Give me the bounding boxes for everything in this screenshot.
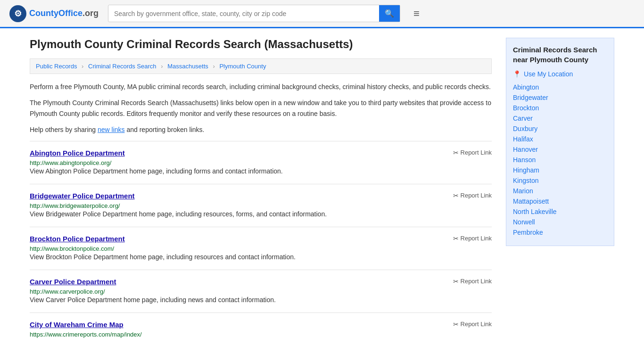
listing-url-4[interactable]: https://www.crimereports.com/map/index/	[30, 331, 142, 338]
sidebar-link-hingham[interactable]: Hingham	[513, 166, 539, 174]
breadcrumb-public-records[interactable]: Public Records	[36, 63, 77, 70]
location-pin-icon: 📍	[513, 70, 521, 78]
report-label-4: Report Link	[461, 321, 492, 328]
sidebar-location: 📍 Use My Location	[513, 70, 607, 78]
listing-url-2[interactable]: http://www.brocktonpolice.com/	[30, 245, 114, 252]
listing-item: Bridgewater Police Department ✂ Report L…	[30, 184, 492, 227]
listing-title-0[interactable]: Abington Police Department	[30, 149, 125, 157]
sidebar-link-hanson[interactable]: Hanson	[513, 156, 536, 164]
report-icon-4: ✂	[453, 321, 459, 328]
logo-text: CountyOffice.org	[29, 8, 99, 18]
sidebar-link-marion[interactable]: Marion	[513, 187, 533, 195]
listing-url-0[interactable]: http://www.abingtonpolice.org/	[30, 159, 111, 166]
sidebar-link-pembroke[interactable]: Pembroke	[513, 229, 543, 236]
site-header: ⚙ CountyOffice.org 🔍 ≡	[0, 0, 644, 28]
listing-item: Brockton Police Department ✂ Report Link…	[30, 227, 492, 270]
report-icon-0: ✂	[453, 149, 459, 156]
listing-title-2[interactable]: Brockton Police Department	[30, 235, 125, 243]
sidebar-link-item: Mattapoisett	[513, 197, 607, 205]
report-label-1: Report Link	[461, 192, 492, 199]
sidebar-link-item: Duxbury	[513, 125, 607, 132]
breadcrumb-sep-3: ›	[213, 63, 215, 70]
listing-title-1[interactable]: Bridgewater Police Department	[30, 192, 135, 200]
sidebar-link-item: Norwell	[513, 218, 607, 226]
description-para2: The Plymouth County Criminal Records Sea…	[30, 98, 492, 119]
sidebar-link-item: Pembroke	[513, 229, 607, 236]
report-link-4[interactable]: ✂ Report Link	[453, 321, 492, 328]
sidebar-box: Criminal Records Search near Plymouth Co…	[506, 38, 614, 246]
sidebar-link-hanover[interactable]: Hanover	[513, 146, 538, 153]
sidebar-link-north-lakeville[interactable]: North Lakeville	[513, 208, 557, 215]
listing-header: City of Wareham Crime Map ✂ Report Link	[30, 321, 492, 329]
sidebar-link-duxbury[interactable]: Duxbury	[513, 125, 537, 132]
listing-desc-0: View Abington Police Department home pag…	[30, 166, 492, 176]
listings-container: Abington Police Department ✂ Report Link…	[30, 141, 492, 346]
listing-header: Abington Police Department ✂ Report Link	[30, 149, 492, 157]
sidebar-link-item: Bridgewater	[513, 94, 607, 101]
sidebar-link-item: North Lakeville	[513, 208, 607, 215]
main-wrapper: Plymouth County Criminal Records Search …	[16, 28, 628, 355]
sidebar: Criminal Records Search near Plymouth Co…	[506, 38, 614, 346]
sidebar-link-item: Hanover	[513, 146, 607, 153]
logo-link[interactable]: ⚙ CountyOffice.org	[9, 5, 99, 22]
logo-icon: ⚙	[9, 5, 26, 22]
sidebar-link-item: Brockton	[513, 104, 607, 112]
breadcrumb-sep-1: ›	[82, 63, 83, 70]
search-button[interactable]: 🔍	[379, 5, 400, 22]
sidebar-link-norwell[interactable]: Norwell	[513, 218, 535, 226]
listing-desc-1: View Bridgewater Police Department home …	[30, 209, 492, 219]
report-icon-3: ✂	[453, 278, 459, 285]
sidebar-link-halifax[interactable]: Halifax	[513, 135, 533, 143]
listing-desc-3: View Carver Police Department home page,…	[30, 295, 492, 305]
listing-title-4[interactable]: City of Wareham Crime Map	[30, 321, 124, 329]
report-label-2: Report Link	[461, 235, 492, 242]
report-icon-1: ✂	[453, 192, 459, 199]
sidebar-links-list: AbingtonBridgewaterBrocktonCarverDuxbury…	[513, 83, 607, 236]
sidebar-link-item: Kingston	[513, 177, 607, 184]
listing-url-3[interactable]: http://www.carverpolice.org/	[30, 288, 105, 295]
sidebar-link-abington[interactable]: Abington	[513, 83, 539, 91]
sidebar-link-item: Marion	[513, 187, 607, 195]
sidebar-link-carver[interactable]: Carver	[513, 115, 533, 122]
listing-header: Bridgewater Police Department ✂ Report L…	[30, 192, 492, 200]
breadcrumb-plymouth-county[interactable]: Plymouth County	[219, 63, 266, 70]
menu-button[interactable]: ≡	[410, 6, 423, 22]
sidebar-link-item: Hingham	[513, 166, 607, 174]
sidebar-link-mattapoisett[interactable]: Mattapoisett	[513, 197, 549, 205]
report-link-0[interactable]: ✂ Report Link	[453, 149, 492, 156]
listing-item: Abington Police Department ✂ Report Link…	[30, 141, 492, 184]
page-title: Plymouth County Criminal Records Search …	[30, 38, 492, 51]
listing-item: City of Wareham Crime Map ✂ Report Link …	[30, 313, 492, 346]
report-icon-2: ✂	[453, 235, 459, 242]
content-area: Plymouth County Criminal Records Search …	[30, 38, 492, 346]
sidebar-link-brockton[interactable]: Brockton	[513, 104, 539, 112]
sidebar-link-item: Halifax	[513, 135, 607, 143]
breadcrumb-criminal-records[interactable]: Criminal Records Search	[88, 63, 157, 70]
sidebar-link-bridgewater[interactable]: Bridgewater	[513, 94, 548, 101]
report-link-1[interactable]: ✂ Report Link	[453, 192, 492, 199]
listing-item: Carver Police Department ✂ Report Link h…	[30, 270, 492, 313]
breadcrumb-massachusetts[interactable]: Massachusetts	[167, 63, 208, 70]
listing-header: Brockton Police Department ✂ Report Link	[30, 235, 492, 243]
listing-title-3[interactable]: Carver Police Department	[30, 278, 116, 286]
report-link-3[interactable]: ✂ Report Link	[453, 278, 492, 285]
breadcrumb-sep-2: ›	[161, 63, 163, 70]
sidebar-link-item: Carver	[513, 115, 607, 122]
description-para3: Help others by sharing new links and rep…	[30, 124, 492, 135]
description-para1: Perform a free Plymouth County, MA publi…	[30, 82, 492, 92]
report-link-2[interactable]: ✂ Report Link	[453, 235, 492, 242]
use-my-location-link[interactable]: Use My Location	[524, 70, 573, 78]
sidebar-link-item: Abington	[513, 83, 607, 91]
listing-header: Carver Police Department ✂ Report Link	[30, 278, 492, 286]
search-container: 🔍	[108, 5, 400, 22]
report-label-0: Report Link	[461, 149, 492, 156]
listing-url-1[interactable]: http://www.bridgewaterpolice.org/	[30, 202, 120, 209]
sidebar-link-kingston[interactable]: Kingston	[513, 177, 538, 184]
search-input[interactable]	[108, 6, 379, 21]
report-label-3: Report Link	[461, 278, 492, 285]
sidebar-link-item: Hanson	[513, 156, 607, 164]
breadcrumb: Public Records › Criminal Records Search…	[30, 58, 492, 74]
sidebar-box-title: Criminal Records Search near Plymouth Co…	[513, 45, 607, 65]
new-links-link[interactable]: new links	[98, 126, 125, 133]
listing-desc-2: View Brockton Police Department home pag…	[30, 252, 492, 262]
